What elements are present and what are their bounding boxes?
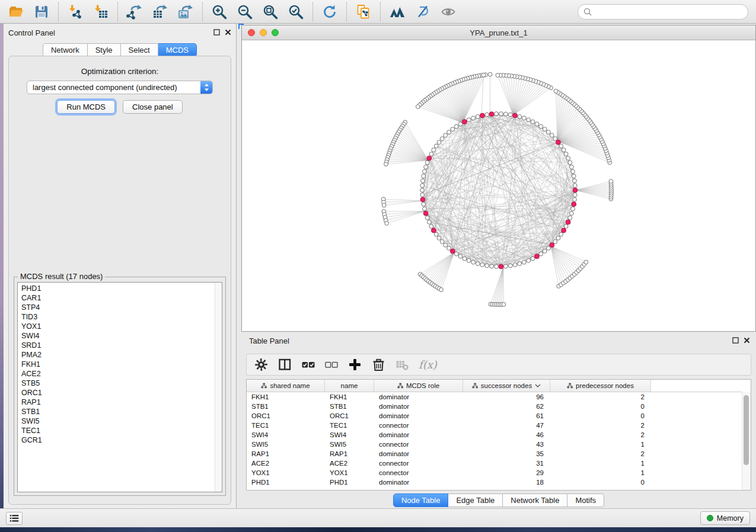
network-node[interactable] xyxy=(559,144,563,148)
network-node[interactable] xyxy=(570,211,574,216)
mcds-hub-node[interactable] xyxy=(513,113,518,118)
mcds-hub-node[interactable] xyxy=(535,254,540,259)
network-node[interactable] xyxy=(535,122,539,126)
mcds-hub-node[interactable] xyxy=(562,228,566,233)
network-node[interactable] xyxy=(434,232,438,236)
result-node-item[interactable]: STP4 xyxy=(21,303,42,312)
network-node[interactable] xyxy=(424,165,428,169)
network-node[interactable] xyxy=(447,130,451,134)
network-node[interactable] xyxy=(568,161,572,165)
run-mcds-button[interactable]: Run MCDS xyxy=(57,100,115,114)
tab-mcds[interactable]: MCDS xyxy=(158,43,197,57)
tab-network[interactable]: Network xyxy=(43,43,88,57)
network-graph[interactable] xyxy=(242,40,755,331)
network-node[interactable] xyxy=(522,260,526,264)
network-node[interactable] xyxy=(609,180,613,184)
network-node[interactable] xyxy=(571,169,575,174)
tab-node-table[interactable]: Node Table xyxy=(393,493,449,507)
mcds-result-list[interactable]: PHD1CAR1STP4TID3YOX1SWI4SRD1PMA2FKH1ACE2… xyxy=(17,282,222,492)
network-node[interactable] xyxy=(425,161,429,165)
network-node[interactable] xyxy=(547,130,551,134)
network-node[interactable] xyxy=(454,252,458,256)
column-header-successor-nodes[interactable]: successor nodes xyxy=(463,380,550,392)
table-scrollbar[interactable] xyxy=(742,392,751,490)
result-node-item[interactable]: CAR1 xyxy=(21,293,42,303)
network-node[interactable] xyxy=(429,152,433,156)
close-table-panel-icon[interactable] xyxy=(744,337,750,344)
table-row[interactable]: FKH1FKH1dominator962 xyxy=(247,392,751,402)
result-node-item[interactable]: SWI4 xyxy=(21,331,42,341)
network-node[interactable] xyxy=(573,184,577,188)
result-node-item[interactable]: PMA2 xyxy=(21,350,42,360)
mcds-hub-node[interactable] xyxy=(450,249,455,254)
network-node[interactable] xyxy=(495,112,499,116)
network-node[interactable] xyxy=(481,73,486,77)
delete-table-icon[interactable] xyxy=(395,358,409,371)
result-node-item[interactable]: STB1 xyxy=(21,407,42,416)
mcds-hub-node[interactable] xyxy=(550,243,554,248)
network-node[interactable] xyxy=(420,188,425,193)
table-row[interactable]: YOX1YOX1connector291 xyxy=(247,468,751,477)
network-node[interactable] xyxy=(454,124,458,129)
table-row[interactable]: STB1STB1dominator620 xyxy=(247,402,751,411)
maximize-window-icon[interactable] xyxy=(272,29,279,36)
network-node[interactable] xyxy=(437,140,441,145)
network-node[interactable] xyxy=(476,262,480,266)
network-node[interactable] xyxy=(531,120,535,124)
optimization-criterion-select[interactable]: largest connected component (undirected) xyxy=(27,81,213,94)
result-node-item[interactable]: GCR1 xyxy=(21,435,42,445)
export-image-icon[interactable] xyxy=(177,4,194,20)
network-node[interactable] xyxy=(384,162,388,166)
network-node[interactable] xyxy=(559,232,563,236)
network-node[interactable] xyxy=(496,73,500,78)
network-node[interactable] xyxy=(522,116,526,120)
network-node[interactable] xyxy=(504,112,508,116)
tab-style[interactable]: Style xyxy=(88,43,121,57)
refresh-icon[interactable] xyxy=(321,4,338,20)
result-node-item[interactable]: ORC1 xyxy=(21,388,42,398)
column-header-name[interactable]: name xyxy=(325,380,374,392)
minimize-window-icon[interactable] xyxy=(260,29,267,36)
network-node[interactable] xyxy=(422,169,426,174)
table-settings-icon[interactable] xyxy=(254,358,268,371)
result-node-item[interactable]: TID3 xyxy=(21,312,42,322)
zoom-selected-icon[interactable] xyxy=(288,4,304,20)
task-history-button[interactable] xyxy=(6,512,23,525)
network-node[interactable] xyxy=(572,174,576,178)
network-node[interactable] xyxy=(480,263,484,267)
mcds-hub-node[interactable] xyxy=(556,140,561,145)
result-node-item[interactable]: ACE2 xyxy=(21,369,42,379)
network-node[interactable] xyxy=(504,264,508,268)
network-node[interactable] xyxy=(467,258,471,262)
network-node[interactable] xyxy=(564,225,568,229)
network-node[interactable] xyxy=(531,257,535,261)
mcds-hub-node[interactable] xyxy=(427,156,432,161)
hide-labels-icon[interactable] xyxy=(414,4,431,20)
close-window-icon[interactable] xyxy=(248,29,255,36)
network-node[interactable] xyxy=(508,264,512,268)
search-box[interactable] xyxy=(578,4,748,20)
network-node[interactable] xyxy=(421,179,425,183)
network-node[interactable] xyxy=(429,225,433,229)
close-panel-icon[interactable] xyxy=(225,29,231,36)
result-node-item[interactable]: STB5 xyxy=(21,379,42,388)
network-node[interactable] xyxy=(458,122,462,126)
mcds-hub-node[interactable] xyxy=(572,202,576,207)
mcds-hub-node[interactable] xyxy=(489,112,494,117)
open-file-icon[interactable] xyxy=(8,4,24,20)
zoom-out-icon[interactable] xyxy=(237,4,253,20)
table-row[interactable]: RAP1RAP1dominator352 xyxy=(247,449,751,459)
network-node[interactable] xyxy=(476,115,480,119)
network-node[interactable] xyxy=(420,184,425,188)
memory-button[interactable]: Memory xyxy=(700,511,750,525)
result-node-item[interactable]: TEC1 xyxy=(21,426,42,435)
mcds-hub-node[interactable] xyxy=(499,264,503,269)
network-node[interactable] xyxy=(485,264,489,268)
network-node[interactable] xyxy=(422,207,426,211)
network-node[interactable] xyxy=(420,193,425,197)
network-node[interactable] xyxy=(562,148,566,152)
tab-select[interactable]: Select xyxy=(121,43,158,57)
network-node[interactable] xyxy=(440,137,444,141)
delete-column-icon[interactable] xyxy=(372,358,385,371)
export-network-icon[interactable] xyxy=(126,4,143,20)
